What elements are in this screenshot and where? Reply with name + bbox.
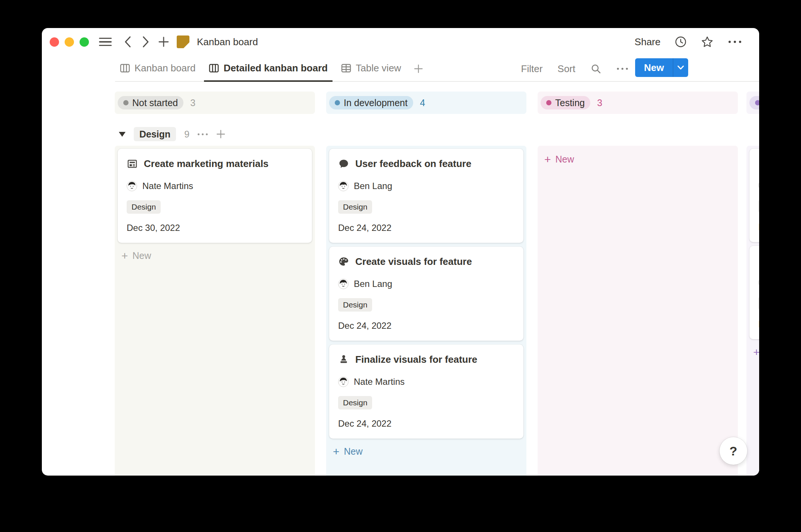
avatar [127,181,137,191]
kanban-card[interactable]: Create marketing materials Nate Martins … [118,149,312,243]
column-body: Create marketing materials Nate Martins … [115,146,315,476]
group-header-design: Design 9 [119,126,226,142]
kanban-card[interactable]: Create visuals for feature Ben Lang Desi… [329,247,523,341]
card-date: Dec 24, 2022 [338,418,514,429]
kanban-card[interactable]: Finalize visuals for feature Nate Martin… [329,344,523,439]
new-entry-split-button[interactable]: New [635,58,688,77]
plus-icon: + [753,347,759,357]
column-header [746,92,759,114]
card-date: Dec 30, 2022 [127,223,303,233]
person-icon [758,255,759,266]
card-date: Dec 24, 2022 [338,223,514,233]
avatar [758,277,759,288]
help-button[interactable]: ? [720,437,747,465]
tab-label: Table view [356,62,401,74]
sidebar-menu-icon[interactable] [98,28,113,56]
column-status-pill[interactable]: In development [329,96,413,109]
tag-badge: Design [338,396,372,409]
assignee-name: Ben Lang [354,279,392,289]
card-date: D [758,319,759,330]
card-title: Create marketing materials [144,158,269,170]
tab-label: Detailed kanban board [223,62,328,74]
add-view-button[interactable] [410,56,427,82]
avatar [758,180,759,191]
tab-label: Kanban board [134,62,195,74]
column-status-pill[interactable] [749,96,759,109]
status-dot [335,100,340,105]
favorite-star-icon[interactable] [701,35,714,48]
filter-button[interactable]: Filter [521,63,543,75]
status-dot [123,100,129,105]
collapse-group-icon[interactable] [119,132,126,137]
column-body: + New [538,146,738,476]
close-window-button[interactable] [50,37,59,47]
assignee-name: Nate Martins [354,377,405,387]
column-header: In development 4 [326,92,526,114]
speech-bubble-icon [338,158,349,169]
more-options-icon[interactable] [728,40,742,44]
view-options-icon[interactable] [616,67,628,70]
column-status-pill[interactable]: Testing [541,96,590,109]
tag-badge: Design [338,200,372,214]
kanban-card[interactable]: User feedback on feature Ben Lang Design… [329,149,523,243]
tag-badge: Design [127,200,161,214]
share-button[interactable]: Share [635,36,661,48]
group-count: 9 [184,129,189,140]
table-icon [341,63,351,73]
updates-clock-icon[interactable] [675,36,687,48]
add-card-button[interactable]: + New [749,347,759,358]
group-options-icon[interactable] [198,133,208,135]
tab-kanban-board[interactable]: Kanban board [115,56,200,82]
sort-button[interactable]: Sort [557,63,575,75]
tab-table-view[interactable]: Table view [336,56,406,82]
group-name-pill[interactable]: Design [134,127,176,141]
group-add-icon[interactable] [216,129,226,139]
board-icon [120,63,130,73]
plus-icon: + [121,251,128,261]
card-title: Finalize visuals for feature [355,353,477,365]
column-body: User feedback on feature Ben Lang Design… [326,146,526,476]
page-title: Kanban board [197,28,258,56]
column-label: Testing [555,98,585,108]
view-tabs: Kanban board Detailed kanban board Table… [115,56,427,82]
target-icon [758,158,759,169]
column-label: In development [344,98,408,108]
kanban-card[interactable]: Design D [749,246,759,339]
new-page-icon[interactable] [156,28,171,56]
screen: Kanban board Share Kanban board Detailed… [0,0,801,532]
back-button[interactable] [121,28,134,56]
avatar [338,279,349,289]
column-body: Design D Design D + New [746,146,759,476]
column-count: 3 [190,98,195,108]
column-status-pill[interactable]: Not started [118,96,183,109]
plus-icon: + [333,447,340,457]
plus-icon: + [544,155,551,164]
column-count: 4 [420,98,425,108]
minimize-window-button[interactable] [65,37,74,47]
add-card-button[interactable]: + New [118,250,312,261]
newspaper-icon [127,158,138,169]
stamp-icon [338,354,349,365]
search-icon[interactable] [590,63,601,74]
palette-icon [338,256,349,267]
status-dot [546,100,551,105]
app-window: Kanban board Share Kanban board Detailed… [42,28,759,476]
tab-detailed-kanban-board[interactable]: Detailed kanban board [204,56,333,82]
titlebar: Kanban board Share [42,28,759,56]
new-entry-dropdown[interactable] [673,58,688,77]
chevron-down-icon [677,65,684,70]
column-count: 3 [597,98,602,108]
column-header: Not started 3 [115,92,315,114]
tag-badge: Design [758,297,759,310]
card-title: User feedback on feature [355,158,471,170]
card-title: Create visuals for feature [355,256,472,267]
new-entry-button[interactable]: New [635,58,673,77]
column-label: Not started [132,98,178,108]
assignee-name: Nate Martins [142,181,193,191]
status-dot [755,100,759,105]
add-card-button[interactable]: + New [541,154,735,165]
zoom-window-button[interactable] [80,37,89,47]
forward-button[interactable] [139,28,152,56]
add-card-button[interactable]: + New [329,446,523,457]
kanban-card[interactable]: Design D [749,149,759,242]
